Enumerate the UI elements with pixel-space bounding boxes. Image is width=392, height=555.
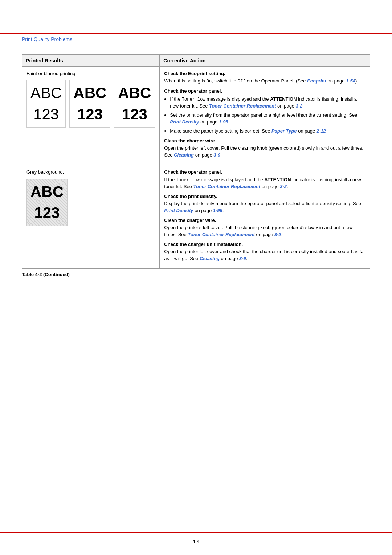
ecoprint-link[interactable]: Ecoprint <box>307 78 326 84</box>
ca-charger-title-1: Clean the charger wire. <box>164 138 366 144</box>
col-right-header: Corrective Action <box>160 55 370 67</box>
sample-row-1: ABC 123 ABC 123 ABC 123 <box>26 80 155 128</box>
bullet-1b: Set the print density from the operator … <box>170 112 366 126</box>
ca-charger-title-2: Clean the charger wire. <box>164 217 366 224</box>
print-density-page-2[interactable]: 1-95 <box>213 208 222 213</box>
sample-grey: ABC 123 <box>26 179 68 227</box>
ca-charger-unit: Check the charger unit installation. Ope… <box>164 241 366 262</box>
ca-ecoprint-title: Check the Ecoprint setting. <box>164 70 366 77</box>
ca-operator-panel-1: Check the operator panel. If the Toner l… <box>164 88 366 135</box>
print-density-link-2[interactable]: Print Density <box>164 208 193 213</box>
ca-charger-unit-title: Check the charger unit installation. <box>164 241 366 248</box>
bullet-1c: Make sure the paper type setting is corr… <box>170 128 366 135</box>
toner-page-2[interactable]: 3-2 <box>280 184 287 189</box>
ca-bullets-1: If the Toner low message is displayed an… <box>170 96 366 135</box>
ca-operator-title-2: Check the operator panel. <box>164 169 366 175</box>
cleaning-page-1[interactable]: 3-9 <box>213 152 220 158</box>
ca-charger-body-2: Open the printer's left cover. Pull the … <box>164 225 352 237</box>
top-rule <box>0 33 392 34</box>
ca-charger-body-1: Open the printer left cover. Pull the cl… <box>164 145 363 158</box>
sample-light-abc: ABC <box>30 82 62 104</box>
row2-label: Grey background. <box>26 169 155 175</box>
toner-page-1[interactable]: 3-2 <box>296 103 303 109</box>
ca-operator-title-1: Check the operator panel. <box>164 88 366 94</box>
breadcrumb: Print Quality Problems <box>22 36 72 42</box>
right-cell-1: Check the Ecoprint setting. When this se… <box>160 67 370 165</box>
main-content: Printed Results Corrective Action Faint … <box>22 54 370 277</box>
left-cell-1: Faint or blurred printing ABC 123 ABC 12… <box>22 67 160 165</box>
cleaning-link-2[interactable]: Cleaning <box>200 256 220 261</box>
toner-link-3[interactable]: Toner Container Replacement <box>188 232 254 237</box>
cleaning-page-2[interactable]: 3-9 <box>239 256 246 261</box>
table-row: Faint or blurred printing ABC 123 ABC 12… <box>22 67 370 165</box>
print-density-page-1[interactable]: 1-95 <box>219 119 228 125</box>
paper-type-link[interactable]: Paper Type <box>271 128 297 134</box>
page-title: Print Quality Problems <box>22 36 72 42</box>
sample-medium-abc: ABC <box>73 82 106 104</box>
ecoprint-page[interactable]: 1-54 <box>346 78 355 84</box>
sample-light: ABC 123 <box>26 80 66 128</box>
sample-medium-123: 123 <box>73 104 106 125</box>
ca-density-title-2: Check the print density. <box>164 193 366 200</box>
sample-light-123: 123 <box>30 104 62 125</box>
left-cell-2: Grey background. ABC 123 <box>22 165 160 269</box>
page-container: Print Quality Problems Printed Results C… <box>0 0 392 555</box>
ca-charger-unit-body: Open the printer left cover and check th… <box>164 249 365 261</box>
cleaning-link-1[interactable]: Cleaning <box>174 152 194 158</box>
ca-operator-panel-2: Check the operator panel. If the Toner l… <box>164 169 366 190</box>
page-number: 4-4 <box>193 539 200 544</box>
row1-label: Faint or blurred printing <box>26 70 155 77</box>
col-left-header: Printed Results <box>22 55 160 67</box>
content-table: Printed Results Corrective Action Faint … <box>22 54 370 269</box>
sample-row-2: ABC 123 <box>26 179 155 227</box>
ca-density-body-2: Display the print density menu from the … <box>164 201 361 213</box>
sample-bold: ABC 123 <box>114 80 155 128</box>
ca-charger-1: Clean the charger wire. Open the printer… <box>164 138 366 159</box>
bullet-1a: If the Toner low message is displayed an… <box>170 96 366 110</box>
sample-medium: ABC 123 <box>69 80 110 128</box>
ca-charger-2: Clean the charger wire. Open the printer… <box>164 217 366 238</box>
table-row: Grey background. ABC 123 Check the opera… <box>22 165 370 269</box>
sample-bold-abc: ABC <box>118 82 151 104</box>
toner-page-3[interactable]: 3-2 <box>274 232 281 237</box>
toner-link-1[interactable]: Toner Container Replacement <box>209 103 276 109</box>
table-caption: Table 4-2 (Continued) <box>22 272 370 277</box>
ca-ecoprint-body: When this setting is On, switch it to Of… <box>164 78 357 84</box>
paper-type-page[interactable]: 2-12 <box>317 128 326 134</box>
sample-grey-abc: ABC <box>30 181 64 203</box>
sample-bold-123: 123 <box>118 104 151 125</box>
toner-link-2[interactable]: Toner Container Replacement <box>193 184 260 189</box>
ca-print-density-2: Check the print density. Display the pri… <box>164 193 366 214</box>
print-density-link-1[interactable]: Print Density <box>170 119 199 125</box>
ca-ecoprint: Check the Ecoprint setting. When this se… <box>164 70 366 85</box>
sample-grey-123: 123 <box>30 202 64 224</box>
bottom-rule <box>0 532 392 533</box>
right-cell-2: Check the operator panel. If the Toner l… <box>160 165 370 269</box>
ca-operator-body-2: If the Toner low message is displayed an… <box>164 177 361 189</box>
